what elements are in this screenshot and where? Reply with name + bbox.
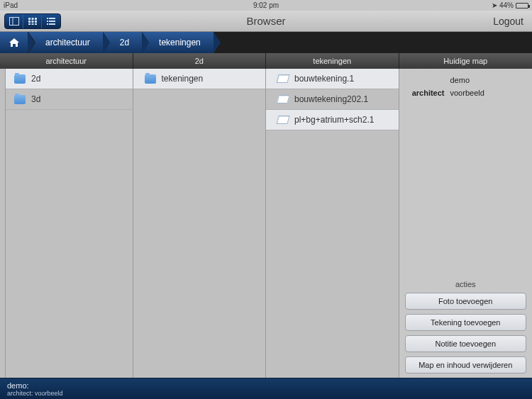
delete-folder-button[interactable]: Map en inhoud verwijderen — [405, 356, 527, 373]
folder-icon — [14, 95, 26, 104]
svg-rect-3 — [31, 18, 33, 20]
folder-row[interactable]: tekeningen — [133, 69, 266, 89]
svg-rect-4 — [35, 18, 37, 20]
device-label: iPad — [4, 1, 18, 9]
footer-title: demo: — [7, 381, 525, 390]
row-label: tekeningen — [162, 74, 204, 84]
breadcrumb-label: 2d — [120, 38, 129, 47]
page-title: Browser — [246, 15, 285, 27]
meta-architect-value: voorbeeld — [450, 89, 484, 97]
actions-label: acties — [399, 280, 533, 288]
battery-icon — [516, 3, 528, 9]
folder-meta: demo architect voorbeeld — [399, 69, 533, 108]
row-label: bouwtekening.1 — [294, 74, 354, 84]
file-row[interactable]: bouwtekening.1 — [266, 69, 399, 89]
row-label: pl+bg+atrium+sch2.1 — [294, 115, 374, 125]
document-icon — [276, 74, 289, 83]
column-details: demo architect voorbeeld acties Foto toe… — [399, 69, 533, 378]
header-bar: Browser Logout — [0, 11, 532, 32]
meta-architect-label: architect — [408, 89, 445, 97]
column-header: tekeningen — [266, 53, 399, 69]
svg-rect-9 — [31, 23, 33, 25]
columns: 2d 3d tekeningen bouwtekening.1 bouwteke… — [0, 69, 532, 378]
document-icon — [276, 95, 289, 103]
add-photo-button[interactable]: Foto toevoegen — [405, 293, 527, 310]
column-header: architectuur — [0, 53, 133, 69]
svg-rect-10 — [35, 23, 37, 25]
clock: 9:02 pm — [253, 1, 279, 9]
battery-pct: 44% — [499, 1, 514, 9]
svg-rect-16 — [49, 23, 55, 25]
document-icon — [276, 116, 289, 124]
view-grid-button[interactable] — [23, 14, 42, 28]
breadcrumb-label: architectuur — [45, 38, 90, 47]
column-tekeningen: bouwtekening.1 bouwtekening202.1 pl+bg+a… — [266, 69, 399, 378]
column-headers: architectuur 2d tekeningen Huidige map — [0, 53, 532, 69]
row-label: 3d — [31, 94, 40, 104]
file-row[interactable]: bouwtekening202.1 — [266, 89, 399, 110]
breadcrumb: architectuur 2d tekeningen — [0, 32, 532, 53]
folder-row[interactable]: 2d — [0, 69, 133, 89]
view-split-button[interactable] — [5, 14, 23, 28]
column-header: 2d — [133, 53, 267, 69]
footer-bar: demo: architect: voorbeeld — [0, 378, 532, 399]
view-mode-toggle — [4, 13, 61, 29]
column-architectuur: 2d 3d — [0, 69, 133, 378]
svg-rect-12 — [49, 18, 55, 19]
svg-rect-0 — [9, 17, 18, 25]
location-icon: ➤ — [492, 1, 497, 9]
svg-rect-7 — [35, 21, 37, 23]
svg-rect-8 — [28, 23, 31, 25]
add-drawing-button[interactable]: Tekening toevoegen — [405, 314, 527, 331]
meta-name-label — [408, 76, 445, 84]
footer-subtitle: architect: voorbeeld — [7, 390, 525, 397]
svg-rect-11 — [47, 18, 48, 19]
logout-button[interactable]: Logout — [493, 16, 523, 27]
folder-icon — [145, 74, 156, 84]
status-bar: iPad 9:02 pm ➤ 44% — [0, 0, 532, 11]
file-row[interactable]: pl+bg+atrium+sch2.1 — [266, 110, 399, 130]
home-button[interactable] — [0, 32, 28, 53]
breadcrumb-item[interactable]: tekeningen — [142, 32, 214, 53]
breadcrumb-label: tekeningen — [159, 38, 201, 47]
view-list-button[interactable] — [42, 14, 60, 28]
folder-icon — [14, 74, 26, 84]
svg-rect-13 — [47, 21, 48, 22]
row-label: bouwtekening202.1 — [294, 94, 368, 104]
svg-rect-15 — [47, 23, 48, 25]
breadcrumb-item[interactable]: architectuur — [28, 32, 103, 53]
column-2d: tekeningen — [133, 69, 267, 378]
svg-rect-6 — [31, 21, 33, 23]
column-header: Huidige map — [399, 53, 533, 69]
svg-rect-5 — [28, 21, 31, 23]
add-note-button[interactable]: Notitie toevoegen — [405, 335, 527, 352]
row-label: 2d — [31, 74, 40, 84]
svg-rect-2 — [28, 18, 31, 20]
folder-row[interactable]: 3d — [0, 89, 133, 110]
meta-name-value: demo — [450, 76, 470, 84]
svg-rect-14 — [49, 21, 55, 22]
status-right: ➤ 44% — [492, 1, 528, 9]
